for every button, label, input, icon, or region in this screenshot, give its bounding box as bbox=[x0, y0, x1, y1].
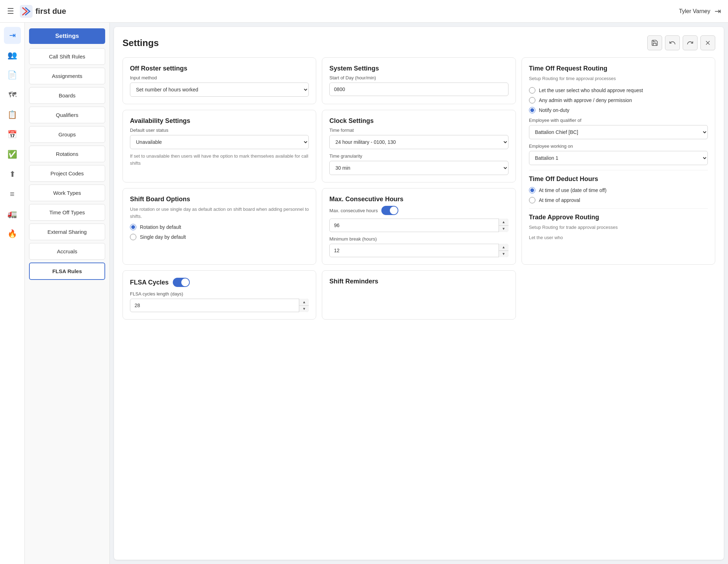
sidebar-icon-people[interactable]: 👥 bbox=[4, 47, 21, 64]
min-break-up[interactable]: ▲ bbox=[499, 244, 508, 251]
trade-approve-note: Let the user who bbox=[529, 234, 708, 241]
nav-item-work-types[interactable]: Work Types bbox=[29, 185, 105, 201]
settings-header: Settings bbox=[123, 35, 715, 50]
nav-item-external-sharing[interactable]: External Sharing bbox=[29, 224, 105, 240]
hamburger-icon[interactable]: ☰ bbox=[7, 7, 14, 16]
sidebar-icon-fire[interactable]: 🔥 bbox=[4, 225, 21, 242]
deduct-option-2[interactable]: At time of approval bbox=[529, 197, 708, 203]
sidebar-icon-truck[interactable]: 🚛 bbox=[4, 205, 21, 222]
shift-board-radio-1[interactable] bbox=[130, 224, 136, 230]
logo: first due bbox=[20, 5, 66, 18]
nav-sidebar-title[interactable]: Settings bbox=[29, 28, 105, 44]
top-nav: ☰ first due Tyler Varney ⇥ bbox=[0, 0, 728, 23]
nav-right: Tyler Varney ⇥ bbox=[679, 7, 721, 16]
redo-button[interactable] bbox=[683, 35, 698, 50]
undo-button[interactable] bbox=[665, 35, 680, 50]
nav-left: ☰ first due bbox=[7, 5, 66, 18]
system-settings-title: System Settings bbox=[329, 65, 508, 72]
default-status-select[interactable]: Unavailable bbox=[130, 135, 309, 149]
nav-item-call-shift-rules[interactable]: Call Shift Rules bbox=[29, 48, 105, 65]
nav-item-accruals[interactable]: Accruals bbox=[29, 243, 105, 260]
sidebar-icon-calendar[interactable]: 📅 bbox=[4, 126, 21, 143]
toggle-knob bbox=[390, 207, 398, 214]
time-off-deduct-options: At time of use (date of time off) At tim… bbox=[529, 187, 708, 203]
nav-item-assignments[interactable]: Assignments bbox=[29, 68, 105, 84]
min-break-down[interactable]: ▼ bbox=[499, 251, 508, 258]
icon-sidebar: ⇥ 👥 📄 🗺 📋 📅 ✅ ⬆ ≡ 🚛 🔥 bbox=[0, 23, 25, 564]
min-break-spinner: ▲ ▼ bbox=[499, 244, 508, 257]
off-roster-title: Off Roster settings bbox=[130, 65, 309, 72]
sidebar-icon-doc[interactable]: 📄 bbox=[4, 67, 21, 84]
max-consecutive-card: Max. Consecutive Hours Max. consecutive … bbox=[322, 188, 516, 265]
flsa-length-input-group: ▲ ▼ bbox=[130, 299, 309, 312]
flsa-length-input[interactable] bbox=[130, 299, 309, 312]
max-hours-down[interactable]: ▼ bbox=[499, 226, 508, 232]
shift-board-option-2[interactable]: Single day by default bbox=[130, 234, 309, 240]
max-hours-input[interactable] bbox=[329, 219, 508, 232]
min-break-input-group: ▲ ▼ bbox=[329, 244, 508, 257]
routing-radio-2[interactable] bbox=[529, 97, 535, 103]
logo-text: first due bbox=[35, 7, 66, 16]
max-hours-toggle[interactable] bbox=[381, 206, 398, 215]
deduct-radio-2[interactable] bbox=[529, 197, 535, 203]
nav-item-flsa-rules[interactable]: FLSA Rules bbox=[29, 263, 105, 280]
min-break-input[interactable] bbox=[329, 244, 508, 257]
logout-icon[interactable]: ⇥ bbox=[715, 7, 721, 16]
main-content: Settings Off Roster settings bbox=[114, 27, 724, 560]
shift-board-card: Shift Board Options Use rotation or use … bbox=[123, 188, 316, 265]
clock-settings-card: Clock Settings Time format 24 hour milit… bbox=[322, 110, 516, 182]
flsa-length-up[interactable]: ▲ bbox=[299, 299, 309, 306]
start-of-day-input[interactable] bbox=[329, 83, 508, 96]
granularity-label: Time granularity bbox=[329, 153, 508, 159]
sidebar-icon-map[interactable]: 🗺 bbox=[4, 86, 21, 103]
shift-reminders-card: Shift Reminders bbox=[322, 270, 516, 320]
shift-board-option-1[interactable]: Rotation by default bbox=[130, 224, 309, 230]
shift-board-note: Use rotation or use single day as defaul… bbox=[130, 206, 309, 220]
nav-item-rotations[interactable]: Rotations bbox=[29, 146, 105, 162]
shift-board-radio-2[interactable] bbox=[130, 234, 136, 240]
deduct-label-1: At time of use (date of time off) bbox=[539, 187, 607, 193]
routing-label-1: Let the user select who should approve r… bbox=[539, 88, 643, 93]
time-format-label: Time format bbox=[329, 128, 508, 133]
off-roster-input-select[interactable]: Set number of hours worked bbox=[130, 83, 309, 97]
sidebar-icon-upload[interactable]: ⬆ bbox=[4, 166, 21, 183]
sidebar-icon-checklist[interactable]: ✅ bbox=[4, 146, 21, 163]
flsa-toggle[interactable] bbox=[173, 278, 190, 287]
nav-item-time-off-types[interactable]: Time Off Types bbox=[29, 204, 105, 221]
routing-option-2[interactable]: Any admin with approve / deny permission bbox=[529, 97, 708, 103]
time-format-select[interactable]: 24 hour military - 0100, 130 bbox=[329, 135, 508, 149]
close-button[interactable] bbox=[700, 35, 715, 50]
routing-option-3[interactable]: Notify on-duty bbox=[529, 107, 708, 113]
routing-label-3: Notify on-duty bbox=[539, 107, 569, 113]
max-hours-input-group: ▲ ▼ bbox=[329, 219, 508, 232]
routing-option-1[interactable]: Let the user select who should approve r… bbox=[529, 87, 708, 94]
time-off-routing-options: Let the user select who should approve r… bbox=[529, 87, 708, 113]
off-roster-input-label: Input method bbox=[130, 75, 309, 80]
sidebar-icon-arrow[interactable]: ⇥ bbox=[4, 27, 21, 44]
max-consecutive-title: Max. Consecutive Hours bbox=[329, 196, 508, 203]
flsa-cycles-card: FLSA Cycles FLSA cycles length (days) ▲ … bbox=[123, 270, 316, 320]
time-off-routing-card: Time Off Request Routing Setup Routing f… bbox=[522, 57, 715, 265]
deduct-radio-1[interactable] bbox=[529, 187, 535, 193]
save-button[interactable] bbox=[647, 35, 662, 50]
routing-radio-1[interactable] bbox=[529, 87, 535, 94]
deduct-option-1[interactable]: At time of use (date of time off) bbox=[529, 187, 708, 193]
flsa-toggle-knob bbox=[181, 278, 189, 286]
nav-item-groups[interactable]: Groups bbox=[29, 126, 105, 143]
nav-item-qualifiers[interactable]: Qualifiers bbox=[29, 107, 105, 123]
max-hours-up[interactable]: ▲ bbox=[499, 219, 508, 226]
employee-working-select[interactable]: Battalion 1 bbox=[529, 151, 708, 165]
nav-item-project-codes[interactable]: Project Codes bbox=[29, 165, 105, 182]
max-hours-toggle-row: Max. consecutive hours bbox=[329, 206, 508, 215]
granularity-select[interactable]: 30 min bbox=[329, 161, 508, 175]
settings-grid: Off Roster settings Input method Set num… bbox=[123, 57, 715, 320]
routing-label-2: Any admin with approve / deny permission bbox=[539, 97, 632, 103]
flsa-length-down[interactable]: ▼ bbox=[299, 306, 309, 312]
layout: ⇥ 👥 📄 🗺 📋 📅 ✅ ⬆ ≡ 🚛 🔥 Settings Call Shif… bbox=[0, 23, 728, 564]
routing-radio-3[interactable] bbox=[529, 107, 535, 113]
sidebar-icon-clipboard[interactable]: 📋 bbox=[4, 106, 21, 123]
page-title: Settings bbox=[123, 38, 159, 49]
sidebar-icon-list[interactable]: ≡ bbox=[4, 186, 21, 203]
employee-qualifier-select[interactable]: Battalion Chief [BC] bbox=[529, 125, 708, 139]
nav-item-boards[interactable]: Boards bbox=[29, 87, 105, 104]
